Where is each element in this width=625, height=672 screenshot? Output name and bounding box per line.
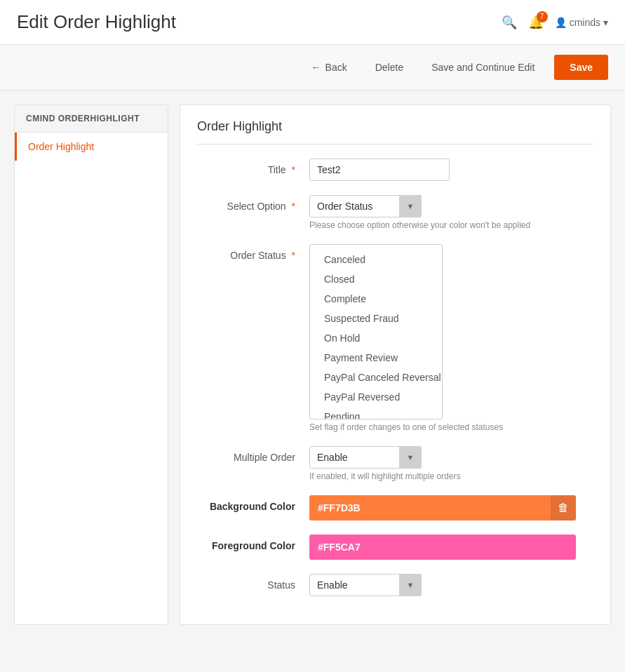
trash-icon: 🗑 xyxy=(558,502,569,514)
main-content: CMIND ORDERHIGHLIGHT Order Highlight Ord… xyxy=(0,90,625,639)
delete-button[interactable]: Delete xyxy=(367,56,412,79)
select-option-label: Select Option * xyxy=(197,195,309,212)
title-input[interactable] xyxy=(309,159,450,181)
background-color-label: Background Color xyxy=(197,495,309,512)
sidebar: CMIND ORDERHIGHLIGHT Order Highlight xyxy=(14,105,168,625)
list-item[interactable]: Pending xyxy=(317,407,419,419)
list-item[interactable]: Closed xyxy=(317,269,419,289)
foreground-color-label: Foreground Color xyxy=(197,535,309,551)
search-button[interactable]: 🔍 xyxy=(502,15,517,30)
save-continue-label: Save and Continue Edit xyxy=(431,62,535,73)
foreground-color-field xyxy=(309,535,576,560)
order-status-listbox[interactable]: Canceled Closed Complete Suspected Fraud… xyxy=(309,244,443,419)
save-label: Save xyxy=(570,62,593,73)
multiple-order-wrapper: Enable Disable ▼ xyxy=(309,446,422,469)
status-wrapper: Enable Disable ▼ xyxy=(309,574,422,596)
title-required: * xyxy=(292,164,295,175)
order-status-row: Order Status * Canceled Closed Complete … xyxy=(197,244,593,432)
back-label: Back xyxy=(325,62,347,73)
list-item[interactable]: Canceled xyxy=(317,250,419,269)
header-icons: 🔍 🔔 7 👤 cminds ▾ xyxy=(502,15,608,30)
sidebar-item-order-highlight[interactable]: Order Highlight xyxy=(15,133,168,161)
multiple-order-row: Multiple Order Enable Disable ▼ If enabl… xyxy=(197,446,593,481)
sidebar-section-title: CMIND ORDERHIGHLIGHT xyxy=(15,105,168,133)
title-label: Title * xyxy=(197,159,309,175)
multiple-order-dropdown[interactable]: Enable Disable xyxy=(309,446,422,469)
select-option-dropdown[interactable]: Order Status Customer Group xyxy=(309,195,422,217)
toolbar: ← Back Delete Save and Continue Edit Sav… xyxy=(0,45,625,90)
select-option-hint: Please choose option otherwise your colo… xyxy=(309,220,593,230)
background-color-field: 🗑 xyxy=(309,495,576,520)
multiple-order-label: Multiple Order xyxy=(197,446,309,463)
select-option-row: Select Option * Order Status Customer Gr… xyxy=(197,195,593,230)
section-title: Order Highlight xyxy=(197,119,593,145)
order-status-field-wrapper: Canceled Closed Complete Suspected Fraud… xyxy=(309,244,593,432)
status-dropdown[interactable]: Enable Disable xyxy=(309,574,422,596)
save-button[interactable]: Save xyxy=(554,55,608,80)
notification-badge: 7 xyxy=(537,11,548,22)
list-item[interactable]: PayPal Canceled Reversal xyxy=(317,368,419,387)
foreground-color-field-wrapper xyxy=(309,535,593,560)
order-status-hint: Set flag if order changes to one of sele… xyxy=(309,422,593,432)
list-item[interactable]: Complete xyxy=(317,289,419,309)
user-menu-button[interactable]: 👤 cminds ▾ xyxy=(555,17,608,28)
order-status-required: * xyxy=(292,250,295,261)
title-field-wrapper xyxy=(309,159,593,181)
select-option-required: * xyxy=(292,201,295,212)
notifications-button[interactable]: 🔔 7 xyxy=(528,15,544,30)
order-status-label: Order Status * xyxy=(197,244,309,261)
sidebar-item-label: Order Highlight xyxy=(28,141,94,152)
background-color-field-wrapper: 🗑 xyxy=(309,495,593,520)
page-title: Edit Order Highlight xyxy=(17,11,176,33)
delete-label: Delete xyxy=(375,62,403,73)
list-item[interactable]: Suspected Fraud xyxy=(317,309,419,328)
status-label: Status xyxy=(197,574,309,591)
foreground-color-input[interactable] xyxy=(309,536,576,558)
background-color-input[interactable] xyxy=(309,497,551,519)
title-row: Title * xyxy=(197,159,593,181)
foreground-color-row: Foreground Color xyxy=(197,535,593,560)
background-color-row: Background Color 🗑 xyxy=(197,495,593,520)
page-header: Edit Order Highlight 🔍 🔔 7 👤 cminds ▾ xyxy=(0,0,625,45)
background-color-delete-button[interactable]: 🗑 xyxy=(551,495,576,520)
search-icon: 🔍 xyxy=(502,15,517,29)
select-option-field-wrapper: Order Status Customer Group ▼ Please cho… xyxy=(309,195,593,230)
user-name: cminds xyxy=(570,17,600,28)
multiple-order-field-wrapper: Enable Disable ▼ If enabled, it will hig… xyxy=(309,446,593,481)
status-row: Status Enable Disable ▼ xyxy=(197,574,593,596)
back-button[interactable]: ← Back xyxy=(303,56,356,79)
select-option-wrapper: Order Status Customer Group ▼ xyxy=(309,195,422,217)
list-item[interactable]: On Hold xyxy=(317,328,419,348)
status-field-wrapper: Enable Disable ▼ xyxy=(309,574,593,596)
list-item[interactable]: PayPal Reversed xyxy=(317,387,419,407)
back-arrow-icon: ← xyxy=(311,62,321,73)
user-icon: 👤 xyxy=(555,17,567,28)
content-area: Order Highlight Title * Select Option * … xyxy=(180,105,611,625)
list-item[interactable]: Payment Review xyxy=(317,348,419,368)
chevron-down-icon: ▾ xyxy=(603,17,608,28)
save-continue-button[interactable]: Save and Continue Edit xyxy=(423,56,543,79)
multiple-order-hint: If enabled, it will highlight multiple o… xyxy=(309,471,593,481)
